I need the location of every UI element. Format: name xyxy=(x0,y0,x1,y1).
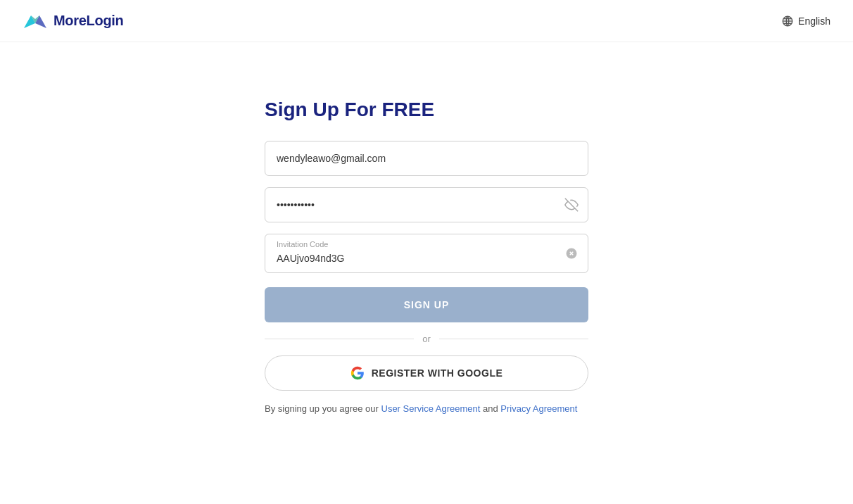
terms-and: and xyxy=(480,403,500,414)
signup-button[interactable]: SIGN UP xyxy=(265,287,588,322)
divider-line-left xyxy=(265,339,414,339)
google-icon xyxy=(350,366,365,380)
logo-text: MoreLogin xyxy=(53,13,124,29)
language-selector[interactable]: English xyxy=(781,15,830,27)
invitation-wrapper: Invitation Code xyxy=(265,234,588,273)
logo-icon xyxy=(23,8,48,34)
signup-form-container: Sign Up For FREE Invitation Code xyxy=(265,99,588,417)
circle-x-icon xyxy=(565,247,578,260)
invitation-clear-button[interactable] xyxy=(565,247,578,260)
password-group xyxy=(265,187,588,222)
terms-text: By signing up you agree our User Service… xyxy=(265,402,588,417)
or-text: or xyxy=(422,334,431,344)
app-header: MoreLogin English xyxy=(0,0,853,42)
terms-service-link[interactable]: User Service Agreement xyxy=(381,403,481,414)
invitation-group: Invitation Code xyxy=(265,234,588,273)
globe-icon xyxy=(781,15,794,27)
password-toggle-button[interactable] xyxy=(564,198,579,212)
google-register-button[interactable]: REGISTER WITH GOOGLE xyxy=(265,355,588,391)
password-input[interactable] xyxy=(265,187,588,222)
language-label: English xyxy=(798,15,830,27)
logo-area: MoreLogin xyxy=(23,8,124,34)
main-content: Sign Up For FREE Invitation Code xyxy=(0,42,853,504)
signup-title: Sign Up For FREE xyxy=(265,99,588,121)
divider-line-right xyxy=(439,339,588,339)
email-group xyxy=(265,141,588,176)
or-divider: or xyxy=(265,334,588,344)
google-btn-label: REGISTER WITH GOOGLE xyxy=(372,367,503,379)
terms-prefix: By signing up you agree our xyxy=(265,403,381,414)
eye-slash-icon xyxy=(564,198,579,212)
invitation-label: Invitation Code xyxy=(277,240,328,248)
terms-privacy-link[interactable]: Privacy Agreement xyxy=(500,403,577,414)
email-input[interactable] xyxy=(265,141,588,176)
